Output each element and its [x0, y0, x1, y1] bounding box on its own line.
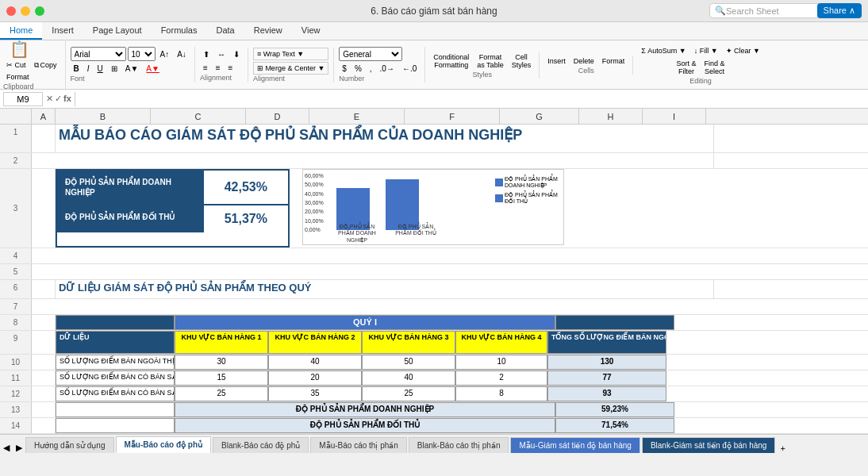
row13-summary-value: 59,23%: [555, 402, 674, 417]
merge-center-button[interactable]: ⊞ Merge & Center ▼: [253, 62, 328, 75]
currency-button[interactable]: $: [339, 63, 350, 75]
italic-button[interactable]: I: [84, 63, 93, 75]
share-button[interactable]: Share ∧: [817, 3, 862, 18]
sheet-tab-guide[interactable]: Hướng dẫn sử dụng: [25, 437, 114, 453]
copy-button[interactable]: ⧉ Copy: [31, 60, 60, 71]
font-size-select[interactable]: 10: [128, 47, 156, 61]
col-E: E: [309, 109, 405, 124]
close-button[interactable]: [6, 6, 16, 16]
col-G: G: [500, 109, 579, 124]
tab-nav-left[interactable]: ◀: [0, 443, 13, 453]
bold-button[interactable]: B: [71, 63, 83, 75]
tab-data[interactable]: Data: [206, 22, 244, 40]
decimal-increase-button[interactable]: .0→: [377, 63, 398, 75]
sheet-tab-blank-thi-phan[interactable]: Blank-Báo cáo thị phần: [409, 437, 509, 453]
conditional-formatting-button[interactable]: ConditionalFormatting: [430, 52, 472, 71]
row12-v4: 8: [455, 386, 547, 401]
row12-v3: 25: [362, 386, 455, 401]
row-5: 5: [0, 264, 868, 280]
row-4: 4: [0, 248, 868, 264]
decimal-decrease-button[interactable]: ←.0: [399, 63, 420, 75]
tab-formulas[interactable]: Formulas: [152, 22, 207, 40]
sort-filter-button[interactable]: Sort &Filter: [674, 58, 700, 77]
percent-button[interactable]: %: [351, 63, 365, 75]
col-C: C: [151, 109, 246, 124]
underline-button[interactable]: U: [94, 63, 106, 75]
cancel-formula-icon[interactable]: ✕: [46, 94, 53, 104]
col-header-kv2: KHU VỰC BÁN HÀNG 2: [268, 331, 362, 354]
cell-reference-input[interactable]: [3, 92, 43, 106]
bar-2: [386, 179, 419, 230]
sheet-tab-blank-giam-sat[interactable]: Blank-Giám sát tiến độ bán hàng: [642, 437, 776, 453]
fill-button[interactable]: ↓ Fill ▼: [691, 45, 721, 56]
row-10: 10 SỐ LƯỢNG ĐIỂM BÁN NGOÀI THỊ TRƯỜNG 30…: [0, 355, 868, 370]
maximize-button[interactable]: [35, 6, 44, 16]
tab-home[interactable]: Home: [0, 22, 42, 40]
tab-add-sheet[interactable]: +: [777, 443, 788, 453]
delete-button[interactable]: Delete: [570, 56, 597, 67]
window-title: 6. Báo cáo giám sát bán hàng: [371, 6, 497, 17]
tab-view[interactable]: View: [292, 22, 330, 40]
confirm-formula-icon[interactable]: ✓: [55, 94, 62, 104]
align-top-button[interactable]: ⬆: [200, 48, 213, 60]
tab-insert[interactable]: Insert: [42, 22, 83, 40]
number-format-select[interactable]: General: [339, 47, 402, 61]
col-header-total: TỔNG SỐ LƯỢNG ĐIỂM BÁN NGOÀI THỊ TRƯỜNG: [547, 331, 666, 354]
row-14: 14 ĐỘ PHỦ SẢN PHẨM ĐỐI THỦ 71,54%: [0, 418, 868, 434]
paste-button[interactable]: 📋: [3, 40, 36, 59]
font-increase-button[interactable]: A↑: [157, 48, 173, 60]
sheet-tab-mau-giam-sat[interactable]: Mẫu-Giám sát tiến độ bán hàng: [510, 437, 639, 453]
row-num-6: 6: [0, 280, 32, 298]
col-D: D: [246, 109, 309, 124]
row10-v3: 50: [362, 355, 455, 370]
row12-total: 93: [547, 386, 666, 401]
format-button[interactable]: Format: [3, 71, 33, 83]
row11-v2: 20: [268, 370, 362, 386]
align-right-button[interactable]: ≡: [225, 62, 236, 74]
col-H: H: [579, 109, 643, 124]
sheet-tab-mau-bao-cao[interactable]: Mẫu-Báo cáo độ phủ: [116, 436, 212, 453]
row-6: 6 DỮ LIỆU GIÁM SÁT ĐỘ PHỦ SẢN PHẨM THEO …: [0, 280, 868, 299]
comma-button[interactable]: ,: [367, 63, 375, 75]
font-decrease-button[interactable]: A↓: [174, 48, 190, 60]
insert-function-icon[interactable]: fx: [63, 94, 71, 104]
wrap-text-button[interactable]: ≡ Wrap Text ▼: [253, 48, 328, 60]
row12-v1: 25: [175, 386, 268, 401]
align-bottom-button[interactable]: ⬇: [230, 48, 243, 60]
legend-label-2: ĐỘ PHỦ SẢN PHẨM ĐỐI THỦ: [505, 192, 560, 205]
clear-button[interactable]: ✦ Clear ▼: [723, 45, 763, 56]
font-color-button[interactable]: A▼: [143, 63, 163, 75]
tab-review[interactable]: Review: [244, 22, 292, 40]
tab-nav-right[interactable]: ▶: [13, 443, 25, 453]
column-headers: A B C D E F G H I: [0, 109, 868, 125]
align-center-button[interactable]: ≡: [213, 62, 224, 74]
col-header-kv1: KHU VỰC BÁN HÀNG 1: [175, 331, 268, 354]
fill-color-button[interactable]: A▼: [122, 63, 142, 75]
insert-button[interactable]: Insert: [544, 56, 569, 67]
align-middle-button[interactable]: ↔: [214, 48, 229, 60]
formula-input[interactable]: [79, 93, 865, 106]
row-2: 2: [0, 153, 868, 169]
sheet-tab-blank-bao-cao[interactable]: Blank-Báo cáo độ phủ: [213, 437, 309, 453]
border-button[interactable]: ⊞: [108, 63, 121, 75]
cut-button[interactable]: ✂ Cut: [3, 60, 29, 71]
format-as-table-button[interactable]: Formatas Table: [474, 52, 506, 71]
row-3: 3 ĐỘ PHỦ SẢN PHẨM DOANH NGHIỆP 42,53% ĐỘ…: [0, 169, 868, 248]
tab-page-layout[interactable]: Page Layout: [83, 22, 152, 40]
spreadsheet-content: 1 MẪU BÁO CÁO GIÁM SÁT ĐỘ PHỦ SẢN PHẨM C…: [0, 125, 868, 434]
format-cells-button[interactable]: Format: [599, 56, 628, 67]
kpi-table: ĐỘ PHỦ SẢN PHẨM DOANH NGHIỆP 42,53% ĐỘ P…: [56, 169, 290, 248]
font-family-select[interactable]: Arial: [71, 47, 126, 61]
find-select-button[interactable]: Find &Select: [701, 58, 728, 77]
align-left-button[interactable]: ≡: [200, 62, 211, 74]
row10-v2: 40: [268, 355, 362, 370]
minimize-button[interactable]: [21, 6, 30, 16]
sheet-tab-mau-thi-phan[interactable]: Mẫu-Báo cáo thị phần: [310, 437, 407, 453]
cell-styles-button[interactable]: CellStyles: [509, 52, 535, 71]
row-num-4: 4: [0, 248, 32, 263]
row-9: 9 DỮ LIỆU KHU VỰC BÁN HÀNG 1 KHU VỰC BÁN…: [0, 331, 868, 355]
autosum-button[interactable]: Σ AutoSum ▼: [638, 45, 689, 56]
row-num-8: 8: [0, 315, 32, 330]
row11-total: 77: [547, 370, 666, 386]
search-bar[interactable]: 🔍 Search Sheet: [709, 3, 820, 18]
